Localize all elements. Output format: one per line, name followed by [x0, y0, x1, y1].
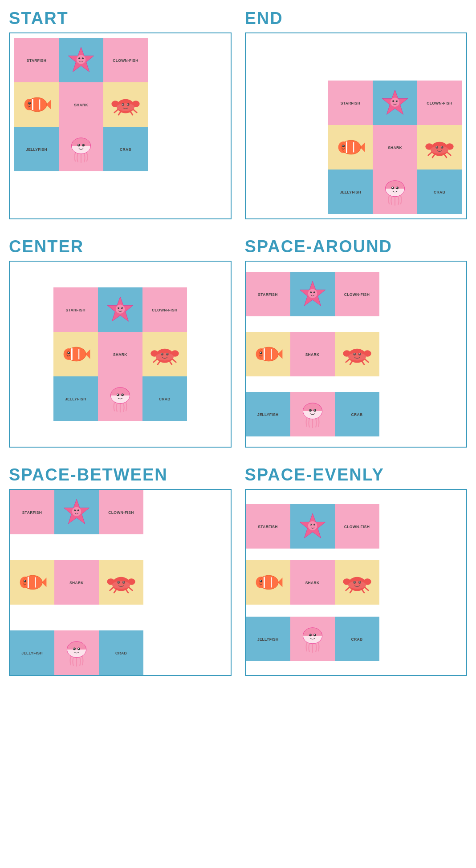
sea-grid-center: STARFISH CLOWN-FISH SHARK JELLYFISH CRAB [53, 287, 187, 421]
end-jellyfish-img [373, 170, 417, 214]
end-clownfish-label: CLOWN-FISH [417, 81, 462, 125]
section-space-evenly: SPACE-EVENLY STARFISH CLOWN-FISH SHARK J… [245, 465, 468, 676]
cell-jellyfish-label: JELLYFISH [14, 127, 59, 171]
cell-jellyfish-img [59, 127, 103, 171]
section-title-end: END [245, 9, 468, 28]
sb-row2: SHARK [10, 560, 143, 605]
end-crab-img [417, 125, 462, 170]
cell-crab-img [103, 82, 148, 127]
cen-jellyfish-label: JELLYFISH [53, 376, 98, 421]
cen-starfish-img [98, 287, 142, 332]
section-space-around: SPACE-AROUND STARFISH CLOWN-FISH SHARK J… [245, 237, 468, 448]
end-starfish-img [373, 81, 417, 125]
demo-box-space-around: STARFISH CLOWN-FISH SHARK JELLYFISH CRAB [245, 261, 468, 448]
end-jellyfish-label: JELLYFISH [328, 170, 373, 214]
section-center: CENTER STARFISH CLOWN-FISH SHARK JELLYFI… [9, 237, 232, 448]
cen-shark-label: SHARK [98, 332, 142, 376]
se-row3: JELLYFISH CRAB [246, 617, 467, 661]
cen-clownfish-img [53, 332, 98, 376]
cell-starfish-img [59, 38, 103, 82]
end-shark-label: SHARK [373, 125, 417, 170]
section-space-between: SPACE-BETWEEN STARFISH CLOWN-FISH SHARK … [9, 465, 232, 676]
sb-row3: JELLYFISH CRAB [10, 630, 143, 675]
section-title-start: START [9, 9, 232, 28]
end-crab-label: CRAB [417, 170, 462, 214]
page-grid: START STARFISH CLOWN-FISH [9, 9, 467, 676]
sea-grid-start: STARFISH CLOWN-FISH [14, 38, 148, 171]
section-title-space-around: SPACE-AROUND [245, 237, 468, 256]
sb-row1: STARFISH CLOWN-FISH [10, 490, 143, 534]
demo-box-center: STARFISH CLOWN-FISH SHARK JELLYFISH CRAB [9, 261, 232, 448]
cell-clownfish-label: CLOWN-FISH [103, 38, 148, 82]
sea-grid-end: STARFISH CLOWN-FISH SHARK JELLYFISH CRAB [328, 81, 462, 214]
se-row1: STARFISH CLOWN-FISH [246, 504, 467, 549]
cell-crab-label: CRAB [103, 127, 148, 171]
end-starfish-label: STARFISH [328, 81, 373, 125]
section-title-space-evenly: SPACE-EVENLY [245, 465, 468, 484]
cell-clownfish-img [14, 82, 59, 127]
demo-box-end: STARFISH CLOWN-FISH SHARK JELLYFISH CRAB [245, 32, 468, 219]
cen-jellyfish-img [98, 376, 142, 421]
section-start: START STARFISH CLOWN-FISH [9, 9, 232, 219]
se-row2: SHARK [246, 560, 467, 605]
cell-shark-label: SHARK [59, 82, 103, 127]
section-end: END STARFISH CLOWN-FISH SHARK JELLYFISH … [245, 9, 468, 219]
section-title-space-between: SPACE-BETWEEN [9, 465, 232, 484]
cen-clownfish-label: CLOWN-FISH [142, 287, 187, 332]
sa-row1: STARFISH CLOWN-FISH [246, 272, 467, 316]
demo-box-space-evenly: STARFISH CLOWN-FISH SHARK JELLYFISH CRAB [245, 489, 468, 676]
cen-starfish-label: STARFISH [53, 287, 98, 332]
demo-box-space-between: STARFISH CLOWN-FISH SHARK JELLYFISH CRAB [9, 489, 232, 676]
sa-row3: JELLYFISH CRAB [246, 392, 467, 436]
end-clownfish-img [328, 125, 373, 170]
cen-crab-img [142, 332, 187, 376]
demo-box-start: STARFISH CLOWN-FISH [9, 32, 232, 219]
sa-row2: SHARK [246, 332, 467, 376]
cell-starfish-label: STARFISH [14, 38, 59, 82]
cen-crab-label: CRAB [142, 376, 187, 421]
section-title-center: CENTER [9, 237, 232, 256]
